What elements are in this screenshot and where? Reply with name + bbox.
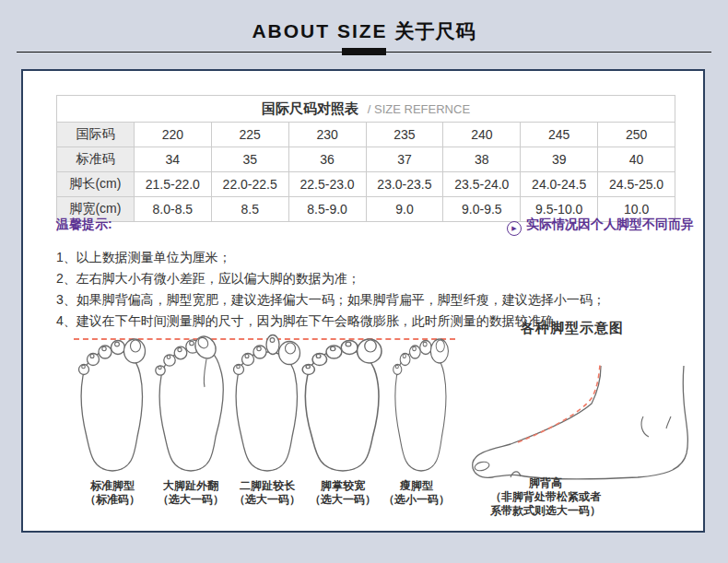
size-cell: 9.0 (366, 197, 443, 222)
size-cell: 8.5-9.0 (288, 197, 366, 222)
table-title-row: 国际尺码对照表 / SIZE REFERNCE (57, 96, 675, 123)
table-title-en: / SIZE REFERNCE (368, 102, 470, 116)
size-cell: 225 (211, 123, 288, 147)
size-cell: 40 (598, 147, 675, 172)
foot-bunion-illustration (149, 334, 232, 474)
size-conversion-table: 国际尺码对照表 / SIZE REFERNCE 国际码 220 225 230 … (56, 95, 675, 222)
row-label-cell: 脚长(cm) (57, 172, 135, 197)
tips-note-text: 实际情况因个人脚型不同而异 (526, 217, 694, 231)
page-title-zh: 关于尺码 (395, 20, 476, 41)
table-row: 标准码 34 35 36 37 38 39 40 (57, 147, 675, 172)
size-cell: 34 (134, 147, 211, 172)
foot-standard-illustration (71, 334, 154, 474)
size-cell: 240 (443, 123, 521, 147)
foot-narrow-illustration (386, 334, 456, 474)
page-title-en: ABOUT SIZE (252, 20, 387, 41)
size-cell: 36 (288, 147, 366, 172)
tips-note: ▶实际情况因个人脚型不同而异 (507, 217, 694, 236)
size-cell: 21.5-22.0 (134, 172, 211, 197)
size-cell: 37 (366, 147, 443, 172)
row-label-cell: 国际码 (57, 123, 135, 147)
size-cell: 23.0-23.5 (366, 172, 443, 197)
table-row: 国际码 220 225 230 235 240 245 250 (57, 123, 675, 147)
circled-play-icon: ▶ (507, 221, 522, 236)
size-cell: 8.5 (211, 197, 288, 222)
foot-side-high-instep-illustration (463, 363, 698, 481)
foot-diagram: 标准脚型 （标准码） 大脚趾外翻 （选大一码） 二脚趾较长 （选大一码） 脚掌较… (23, 334, 707, 533)
size-cell: 24.5-25.0 (598, 172, 675, 197)
size-cell: 23.5-24.0 (443, 172, 521, 197)
foot-type-advice: 系带款式则选大一码） (453, 504, 638, 518)
size-cell: 8.0-8.5 (134, 197, 211, 222)
page-title: ABOUT SIZE关于尺码 (0, 18, 728, 44)
foot-type-name: 瘦脚型 (366, 479, 467, 493)
size-cell: 22.0-22.5 (211, 172, 288, 197)
header-divider-bar (342, 48, 386, 55)
table-title-zh: 国际尺码对照表 (262, 100, 358, 116)
size-cell: 24.0-24.5 (521, 172, 598, 197)
foot-type-advice: （选小一码） (366, 493, 467, 507)
tip-item: 2、左右脚大小有微小差距，应以偏大脚的数据为准； (56, 268, 605, 289)
size-cell: 22.5-23.0 (288, 172, 366, 197)
tip-item: 1、以上数据测量单位为厘米； (56, 247, 605, 268)
foot-type-advice: （非脚背处带松紧或者 (453, 490, 638, 504)
size-cell: 220 (134, 123, 211, 147)
tip-item: 3、如果脚背偏高，脚型宽肥，建议选择偏大一码；如果脚背扁平，脚型纤瘦，建议选择小… (56, 289, 605, 311)
foot-wide-illustration (297, 334, 389, 474)
size-cell: 35 (211, 147, 288, 172)
size-info-panel: 国际尺码对照表 / SIZE REFERNCE 国际码 220 225 230 … (21, 69, 705, 533)
table-row: 脚长(cm) 21.5-22.0 22.0-22.5 22.5-23.0 23.… (57, 172, 675, 197)
foot-type-name: 脚背高 (453, 476, 638, 490)
size-cell: 38 (443, 147, 521, 172)
tips-heading: 温馨提示: (56, 217, 112, 233)
foot-type-label: 瘦脚型 （选小一码） (366, 479, 467, 507)
table-title-cell: 国际尺码对照表 / SIZE REFERNCE (57, 96, 675, 123)
foot-type-label: 脚背高 （非脚背处带松紧或者 系带款式则选大一码） (453, 476, 638, 518)
size-cell: 39 (521, 147, 598, 172)
page-header: ABOUT SIZE关于尺码 (0, 0, 728, 61)
size-cell: 245 (521, 123, 598, 147)
size-cell: 250 (598, 123, 675, 147)
size-cell: 230 (288, 123, 366, 147)
size-cell: 235 (366, 123, 443, 147)
row-label-cell: 标准码 (57, 147, 135, 172)
